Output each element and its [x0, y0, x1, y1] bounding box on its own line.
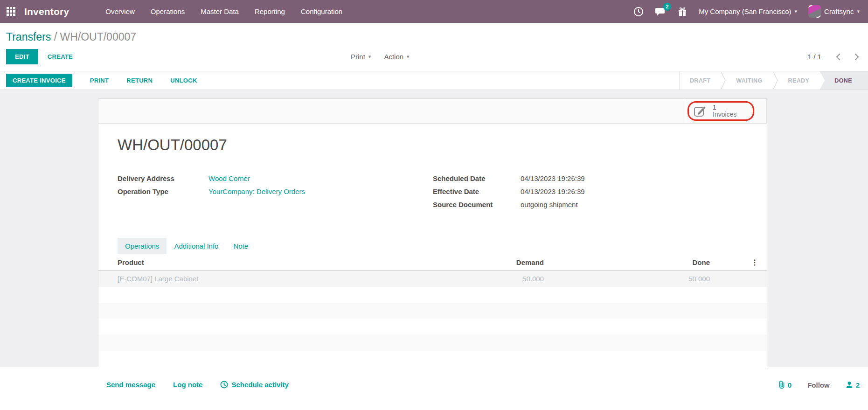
record-title: WH/OUT/00007 [118, 136, 767, 154]
create-button[interactable]: CREATE [48, 53, 73, 60]
state-done[interactable]: DONE [819, 71, 868, 90]
create-invoice-button[interactable]: CREATE INVOICE [6, 74, 72, 87]
state-arrow-icon [721, 71, 726, 90]
menu-reporting[interactable]: Reporting [254, 6, 286, 17]
gift-icon[interactable] [677, 7, 687, 17]
chevron-down-icon: ▾ [407, 54, 410, 60]
follower-person-icon [846, 381, 853, 389]
apps-menu-icon[interactable] [7, 7, 16, 16]
attachment-count: 0 [788, 381, 792, 389]
breadcrumb-current: WH/OUT/00007 [60, 31, 136, 43]
app-window: Inventory Overview Operations Master Dat… [0, 0, 868, 410]
menu-master-data[interactable]: Master Data [200, 6, 240, 17]
state-waiting[interactable]: WAITING [726, 71, 772, 90]
send-message-button[interactable]: Send message [106, 381, 155, 389]
field-column-right: Scheduled Date 04/13/2023 19:26:39 Effec… [433, 174, 748, 214]
notebook-tabs: Operations Additional Info Note [118, 238, 767, 254]
form-sheet: 1 Invoices WH/OUT/00007 Delivery Address… [98, 98, 767, 367]
main-menu: Overview Operations Master Data Reportin… [104, 6, 343, 17]
activities-clock-icon[interactable] [633, 7, 644, 17]
pager-next-icon[interactable] [854, 53, 860, 61]
edit-button[interactable]: EDIT [6, 49, 38, 64]
chevron-down-icon: ▾ [368, 54, 371, 60]
return-button[interactable]: RETURN [126, 77, 153, 84]
delivery-address-link[interactable]: Wood Corner [208, 174, 250, 182]
breadcrumb-separator: / [54, 31, 57, 43]
unlock-button[interactable]: UNLOCK [170, 77, 197, 84]
field-label: Source Document [433, 201, 521, 208]
statusbar-buttons: CREATE INVOICE PRINT RETURN UNLOCK [0, 74, 197, 87]
paperclip-icon [778, 381, 785, 389]
column-done[interactable]: Done [544, 258, 710, 266]
follower-count: 2 [856, 381, 860, 389]
schedule-activity-button[interactable]: Schedule activity [220, 381, 289, 389]
breadcrumb-transfers[interactable]: Transfers [6, 31, 51, 43]
breadcrumb: Transfers / WH/OUT/00007 [0, 23, 868, 43]
print-dropdown[interactable]: Print ▾ [351, 53, 371, 61]
scheduled-date-value: 04/13/2023 19:26:39 [521, 174, 585, 182]
attachments-button[interactable]: 0 [778, 381, 792, 389]
field-effective-date: Effective Date 04/13/2023 19:26:39 [433, 188, 748, 195]
field-delivery-address: Delivery Address Wood Corner [118, 174, 433, 182]
field-label: Scheduled Date [433, 174, 521, 182]
follow-button[interactable]: Follow [807, 381, 830, 389]
invoice-label: Invoices [713, 111, 736, 118]
menu-configuration[interactable]: Configuration [300, 6, 343, 17]
chatter-tools: 0 Follow 2 [778, 381, 860, 389]
field-label: Effective Date [433, 188, 521, 195]
column-product[interactable]: Product [98, 258, 404, 266]
pager-previous-icon[interactable] [835, 53, 840, 61]
print-button[interactable]: PRINT [90, 77, 109, 84]
invoices-smart-button[interactable]: 1 Invoices [685, 99, 767, 123]
app-name[interactable]: Inventory [24, 6, 69, 17]
table-header: Product Demand Done ⋮ [98, 254, 767, 271]
empty-row-stripe [98, 334, 767, 350]
state-ready[interactable]: READY [778, 71, 820, 90]
button-box: 1 Invoices [98, 99, 767, 124]
pager: 1 / 1 [808, 53, 860, 61]
tab-additional-info[interactable]: Additional Info [167, 238, 226, 254]
effective-date-value: 04/13/2023 19:26:39 [521, 188, 585, 195]
message-count-badge: 2 [663, 3, 671, 11]
optional-columns-icon[interactable]: ⋮ [751, 258, 758, 266]
menu-operations[interactable]: Operations [150, 6, 186, 17]
action-dropdown[interactable]: Action ▾ [384, 53, 409, 61]
print-label: Print [351, 53, 365, 61]
action-label: Action [384, 53, 403, 61]
edit-note-icon [693, 104, 707, 118]
empty-row-stripe [98, 351, 767, 367]
chatter: Send message Log note Schedule activity … [0, 367, 868, 408]
column-demand[interactable]: Demand [404, 258, 544, 266]
field-operation-type: Operation Type YourCompany: Delivery Ord… [118, 188, 433, 195]
invoice-count: 1 [713, 104, 736, 111]
followers-button[interactable]: 2 [846, 381, 860, 389]
user-menu[interactable]: Craftsync ▾ [808, 5, 860, 18]
pager-value: 1 / 1 [808, 53, 821, 61]
field-scheduled-date: Scheduled Date 04/13/2023 19:26:39 [433, 174, 748, 182]
empty-row-stripe [98, 303, 767, 319]
field-groups: Delivery Address Wood Corner Operation T… [118, 174, 748, 214]
source-document-value: outgoing shipment [521, 201, 578, 208]
empty-row-stripe [98, 319, 767, 334]
operation-type-link[interactable]: YourCompany: Delivery Orders [208, 188, 305, 195]
field-column-left: Delivery Address Wood Corner Operation T… [118, 174, 433, 214]
table-row[interactable]: [E-COM07] Large Cabinet 50.000 50.000 [98, 271, 767, 286]
tab-operations[interactable]: Operations [118, 238, 167, 254]
log-note-button[interactable]: Log note [173, 381, 202, 389]
tab-note[interactable]: Note [226, 238, 256, 254]
menu-overview[interactable]: Overview [104, 6, 136, 17]
top-right-controls: 2 My Company (San Francisco) ▾ Craftsync… [633, 5, 868, 18]
messages-icon[interactable]: 2 [655, 7, 666, 17]
avatar [808, 5, 821, 18]
cell-done: 50.000 [544, 275, 710, 283]
smart-button-text: 1 Invoices [713, 104, 736, 118]
state-draft[interactable]: DRAFT [680, 71, 721, 90]
company-switcher[interactable]: My Company (San Francisco) ▾ [699, 7, 797, 15]
top-nav-bar: Inventory Overview Operations Master Dat… [0, 0, 868, 23]
field-label: Delivery Address [118, 174, 208, 182]
cell-demand: 50.000 [404, 275, 544, 283]
state-pipeline: DRAFT WAITING READY DONE [679, 71, 868, 90]
chatter-actions: Send message Log note Schedule activity [106, 381, 289, 389]
state-arrow-icon [773, 71, 778, 90]
schedule-activity-label: Schedule activity [231, 381, 289, 389]
